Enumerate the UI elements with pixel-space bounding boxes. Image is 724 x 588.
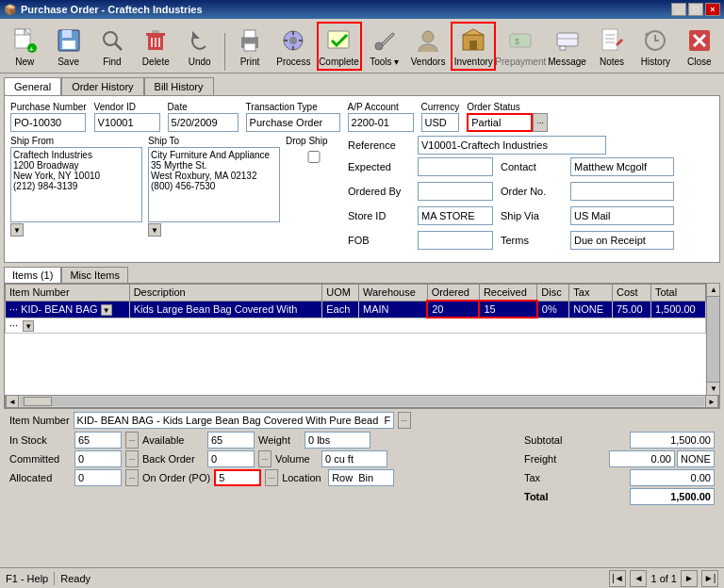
add-item-btn[interactable]: ··· (9, 319, 18, 331)
contact-input[interactable] (570, 157, 674, 176)
location-input[interactable] (328, 469, 394, 486)
back-order-input[interactable] (207, 450, 255, 467)
on-order-input[interactable] (214, 469, 261, 486)
store-id-input[interactable] (418, 206, 493, 225)
toolbar-undo-button[interactable]: Undo (179, 22, 221, 71)
fob-input[interactable] (418, 231, 493, 250)
toolbar-tools-button[interactable]: Tools ▾ (364, 22, 405, 71)
on-order-btn[interactable]: ··· (265, 469, 278, 486)
reference-input[interactable] (418, 136, 606, 155)
svg-rect-19 (244, 30, 255, 38)
volume-input[interactable] (321, 450, 387, 467)
toolbar-process-button[interactable]: Process (272, 22, 314, 71)
col-tax: Tax (569, 285, 613, 302)
vscroll-up-btn[interactable]: ▲ (707, 284, 719, 297)
currency-input[interactable] (421, 113, 459, 132)
tab-order-history[interactable]: Order History (61, 77, 143, 95)
purchase-number-input[interactable] (10, 113, 86, 132)
minimize-button[interactable]: _ (671, 3, 686, 16)
toolbar-save-button[interactable]: Save (47, 22, 89, 71)
transaction-type-input[interactable] (246, 113, 340, 132)
date-input[interactable] (168, 113, 239, 132)
freight-tag-input[interactable] (677, 450, 715, 467)
drop-ship-checkbox[interactable] (286, 151, 342, 163)
find-label: Find (103, 57, 121, 67)
committed-btn[interactable]: ··· (125, 450, 139, 467)
item-number-bottom-input[interactable] (74, 412, 394, 429)
close-button[interactable]: × (705, 3, 720, 16)
ap-account-input[interactable] (348, 113, 414, 132)
tab-misc-items[interactable]: Misc Items (61, 267, 128, 283)
nav-next-btn[interactable]: ► (681, 570, 698, 587)
ship-via-label: Ship Via (501, 210, 567, 221)
cell-tax: NONE (569, 301, 613, 318)
available-input[interactable] (207, 432, 255, 449)
toolbar-complete-button[interactable]: Complete (317, 22, 362, 71)
hscroll-left-btn[interactable]: ◄ (6, 395, 19, 408)
svg-text:$: $ (515, 37, 519, 46)
find-icon (97, 25, 127, 56)
add-item-dropdown[interactable]: ▼ (23, 320, 34, 332)
terms-input[interactable] (570, 231, 674, 250)
tab-items[interactable]: Items (1) (4, 267, 61, 283)
toolbar-inventory-button[interactable]: Inventory (451, 22, 496, 71)
nav-last-btn[interactable]: ►| (701, 570, 718, 587)
new-label: New (15, 57, 34, 67)
toolbar-new-button[interactable]: + New (4, 22, 45, 71)
in-stock-btn[interactable]: ··· (125, 432, 139, 449)
save-label: Save (58, 57, 79, 67)
vscroll-down-btn[interactable]: ▼ (707, 382, 719, 395)
toolbar-delete-button[interactable]: Delete (135, 22, 176, 71)
items-table-wrapper: Item Number Description UOM Warehouse Or… (5, 284, 719, 395)
toolbar-print-button[interactable]: Print (229, 22, 271, 71)
col-received: Received (479, 285, 536, 302)
nav-prev-btn[interactable]: ◄ (630, 570, 647, 587)
store-id-label: Store ID (348, 210, 414, 221)
add-item-row[interactable]: ··· ▼ (6, 318, 706, 334)
tab-bill-history[interactable]: Bill History (144, 77, 214, 95)
freight-input[interactable] (609, 450, 675, 467)
tab-general[interactable]: General (4, 77, 61, 95)
items-table: Item Number Description UOM Warehouse Or… (5, 284, 706, 334)
table-row[interactable]: ··· KID- BEAN BAG ▼ Kids Large Bean Bag … (6, 301, 706, 318)
weight-input[interactable] (304, 432, 370, 449)
maximize-button[interactable]: □ (688, 3, 703, 16)
toolbar-close-button[interactable]: Close (679, 22, 720, 71)
ship-from-scroll-btn[interactable]: ▼ (10, 223, 24, 237)
hscroll-thumb[interactable] (24, 397, 52, 406)
order-status-btn[interactable]: ··· (533, 113, 548, 132)
svg-rect-13 (152, 30, 159, 33)
store-ship-row: Store ID Ship Via (348, 206, 714, 228)
tax-input[interactable] (630, 469, 715, 486)
ship-from-address: Craftech Industries 1200 Broadway New Yo… (10, 147, 142, 222)
ship-via-input[interactable] (570, 206, 674, 225)
in-stock-input[interactable] (74, 432, 122, 449)
status-text: Ready (60, 573, 90, 584)
order-no-input[interactable] (570, 182, 674, 201)
undo-icon (185, 25, 215, 56)
order-status-input[interactable] (467, 113, 533, 132)
toolbar-message-button[interactable]: Message (545, 22, 589, 71)
committed-input[interactable] (74, 450, 122, 467)
toolbar-notes-button[interactable]: Notes (591, 22, 633, 71)
subtotal-input[interactable] (630, 432, 715, 449)
ordered-by-input[interactable] (418, 182, 493, 201)
form-panel: Purchase Number Vendor ID Date Transacti… (4, 95, 720, 263)
ordered-by-label: Ordered By (348, 186, 414, 197)
expected-input[interactable] (418, 157, 493, 176)
item-number-bottom-label: Item Number (9, 415, 70, 426)
vendor-id-input[interactable] (94, 113, 160, 132)
nav-first-btn[interactable]: |◄ (609, 570, 626, 587)
ship-to-scroll-btn[interactable]: ▼ (148, 223, 161, 237)
toolbar-find-button[interactable]: Find (91, 22, 133, 71)
allocated-input[interactable] (74, 469, 122, 486)
allocated-btn[interactable]: ··· (125, 469, 139, 486)
toolbar-prepayment-button[interactable]: $ Prepayment (498, 22, 543, 71)
toolbar-vendors-button[interactable]: Vendors (407, 22, 449, 71)
item-number-dropdown[interactable]: ▼ (101, 304, 112, 316)
back-order-btn[interactable]: ··· (258, 450, 272, 467)
item-number-bottom-btn[interactable]: ··· (398, 412, 411, 429)
total-input[interactable] (630, 488, 715, 505)
hscroll-right-btn[interactable]: ► (705, 395, 718, 408)
toolbar-history-button[interactable]: History (634, 22, 676, 71)
